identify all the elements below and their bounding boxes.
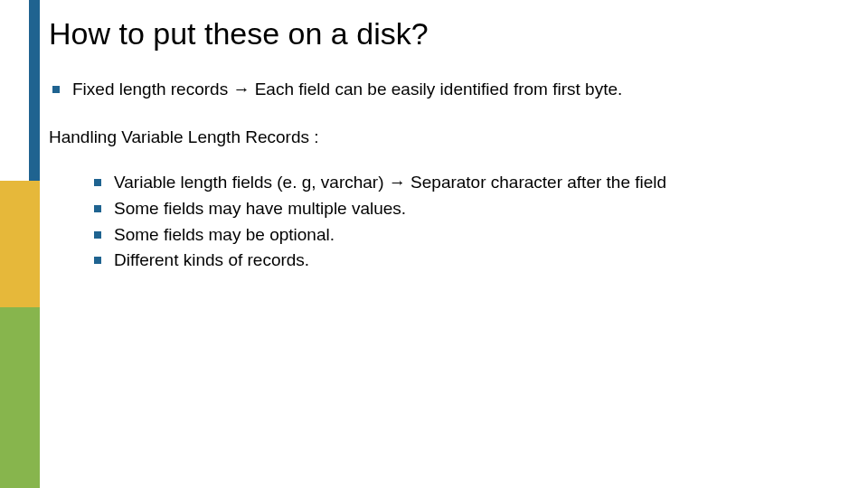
sub-bullet-item: Some fields may have multiple values. xyxy=(92,198,850,221)
sub-bullet-item: Some fields may be optional. xyxy=(92,224,850,247)
bullet-text: Different kinds of records. xyxy=(114,250,309,269)
bullet-text: Some fields may have multiple values. xyxy=(114,199,406,218)
accent-bar-dark xyxy=(29,0,40,181)
subheading: Handling Variable Length Records : xyxy=(49,127,850,149)
bullet-text: Some fields may be optional. xyxy=(114,225,335,244)
slide-title: How to put these on a disk? xyxy=(49,16,850,52)
accent-bar-gold xyxy=(0,181,40,307)
sub-bullet-list: Variable length fields (e. g, varchar) →… xyxy=(49,172,850,272)
main-bullet-list: Fixed length records → Each field can be… xyxy=(49,79,850,101)
slide-content: How to put these on a disk? Fixed length… xyxy=(49,16,850,276)
sub-bullet-item: Variable length fields (e. g, varchar) →… xyxy=(92,172,850,194)
main-bullet-item: Fixed length records → Each field can be… xyxy=(49,79,850,101)
bullet-text: Variable length fields (e. g, varchar) →… xyxy=(114,173,666,192)
slide-body: Fixed length records → Each field can be… xyxy=(49,79,850,272)
bullet-text: Fixed length records → Each field can be… xyxy=(72,80,622,99)
accent-bar-green xyxy=(0,307,40,488)
sub-bullet-item: Different kinds of records. xyxy=(92,249,850,272)
